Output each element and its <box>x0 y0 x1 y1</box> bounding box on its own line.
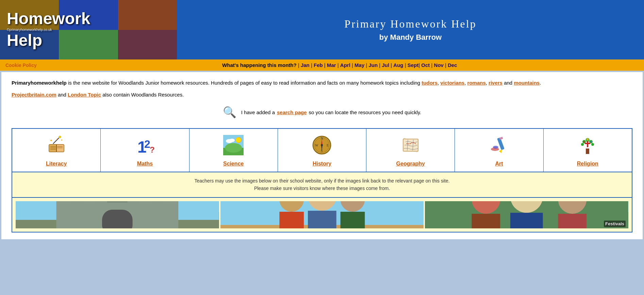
art-label: Art <box>495 161 503 167</box>
search-page-link[interactable]: search page <box>277 109 307 115</box>
svg-rect-59 <box>163 201 178 202</box>
subject-maths[interactable]: 1 2 ? Maths <box>101 129 189 172</box>
subject-art[interactable]: Art <box>455 129 543 172</box>
site-author: by Mandy Barrow <box>379 33 442 42</box>
svg-point-18 <box>236 137 241 143</box>
svg-rect-40 <box>586 149 589 154</box>
search-icon: 🔍 <box>223 106 236 119</box>
svg-point-31 <box>321 144 323 146</box>
month-jan[interactable]: Jan <box>301 62 310 68</box>
svg-rect-47 <box>585 143 590 144</box>
search-suffix: so you can locate the resources you need… <box>309 109 422 115</box>
month-oct[interactable]: Oct <box>421 62 430 68</box>
monthly-label: What's happening this month? <box>222 62 297 68</box>
preview-people[interactable] <box>220 201 424 228</box>
subject-geography[interactable]: Geography <box>366 129 455 172</box>
subject-grid: ✦ ✦ ✦ Literacy 1 2 ? Maths <box>12 128 632 172</box>
svg-rect-64 <box>279 212 304 228</box>
month-sep-start: | <box>298 62 301 68</box>
svg-point-39 <box>493 146 498 149</box>
subject-literacy[interactable]: ✦ ✦ ✦ Literacy <box>12 129 101 172</box>
svg-text:✦: ✦ <box>50 139 52 142</box>
svg-rect-1 <box>49 144 56 152</box>
literacy-label: Literacy <box>46 161 67 167</box>
link-rivers[interactable]: rivers <box>489 80 502 86</box>
subject-science[interactable]: Science <box>189 129 278 172</box>
project-and: and <box>58 92 68 98</box>
svg-point-22 <box>229 139 235 142</box>
month-nov[interactable]: Nov <box>434 62 444 68</box>
month-nav: What's happening this month? | Jan | Feb… <box>41 62 639 68</box>
month-dec[interactable]: Dec <box>448 62 457 68</box>
notice-line2: Please make sure visitors know where the… <box>17 185 627 192</box>
science-label: Science <box>223 161 244 167</box>
svg-point-20 <box>225 143 242 153</box>
history-icon: N S W E <box>312 135 332 158</box>
svg-rect-75 <box>558 214 587 228</box>
literacy-icon: ✦ ✦ ✦ <box>46 135 67 158</box>
month-may[interactable]: May <box>354 62 364 68</box>
svg-rect-57 <box>107 201 128 203</box>
svg-rect-68 <box>340 212 365 228</box>
main-content: Primaryhomeworkhelp is the new website f… <box>1 72 643 239</box>
svg-text:?: ? <box>150 145 155 154</box>
svg-rect-56 <box>82 201 97 202</box>
project-line: Projectbritain.com and London Topic also… <box>12 92 632 98</box>
month-sept[interactable]: Sept <box>408 62 419 68</box>
svg-rect-2 <box>56 144 64 152</box>
link-romans[interactable]: romans <box>467 80 486 86</box>
page-header: Homework ©primaryhomeworkhelp.co.uk Help… <box>0 0 644 59</box>
logo-line2: Help <box>7 31 42 49</box>
link-tudors[interactable]: tudors <box>422 80 437 86</box>
subject-history[interactable]: N S W E History <box>278 129 366 172</box>
logo-text: Homework ©primaryhomeworkhelp.co.uk Help <box>7 10 90 50</box>
month-jun[interactable]: Jun <box>369 62 378 68</box>
religion-icon <box>577 135 598 158</box>
science-icon <box>223 135 244 158</box>
month-aug[interactable]: Aug <box>393 62 403 68</box>
svg-point-51 <box>590 141 592 142</box>
art-icon <box>489 135 509 158</box>
notice-line1: Teachers may use the images below on the… <box>17 177 627 185</box>
logo-area: Homework ©primaryhomeworkhelp.co.uk Help <box>0 0 177 59</box>
yellow-bar: Cookie Policy What's happening this mont… <box>0 59 644 71</box>
svg-marker-36 <box>499 150 503 154</box>
subject-religion[interactable]: Religion <box>544 129 632 172</box>
preview-castle[interactable] <box>16 201 219 228</box>
svg-text:✦: ✦ <box>56 138 58 140</box>
svg-rect-37 <box>499 137 503 140</box>
month-apr[interactable]: Aprl <box>340 62 350 68</box>
svg-point-44 <box>581 143 584 146</box>
svg-text:N: N <box>321 137 323 140</box>
month-mar[interactable]: Mar <box>327 62 336 68</box>
geography-icon <box>400 135 421 158</box>
svg-rect-55 <box>56 201 72 202</box>
header-title-area: Primary Homework Help by Mandy Barrow <box>177 0 644 59</box>
intro-paragraph: Primaryhomeworkhelp is the new website f… <box>12 79 632 87</box>
logo-overlay: Homework ©primaryhomeworkhelp.co.uk Help <box>0 0 177 59</box>
geography-label: Geography <box>396 161 425 167</box>
link-london-topic[interactable]: London Topic <box>68 92 101 98</box>
search-line: 🔍 I have added a search page so you can … <box>12 106 632 119</box>
svg-rect-73 <box>510 213 543 228</box>
and-text: and <box>504 80 514 86</box>
svg-rect-60 <box>102 210 133 228</box>
festivals-label: Festivals <box>604 221 626 227</box>
svg-text:W: W <box>315 143 318 147</box>
maths-label: Maths <box>137 161 153 167</box>
history-label: History <box>313 161 331 167</box>
cookie-policy-link[interactable]: Cookie Policy <box>5 63 37 68</box>
svg-rect-58 <box>138 201 153 202</box>
month-jul[interactable]: Jul <box>382 62 389 68</box>
link-projectbritain[interactable]: Projectbritain.com <box>12 92 56 98</box>
site-name-bold: Primaryhomeworkhelp <box>12 80 67 86</box>
religion-label: Religion <box>577 161 598 167</box>
preview-festivals[interactable]: Festivals <box>425 201 628 228</box>
link-victorians[interactable]: victorians <box>440 80 464 86</box>
link-mountains[interactable]: mountains <box>514 80 540 86</box>
svg-point-10 <box>59 136 61 138</box>
intro-desc: is the new website for Woodlands Junior … <box>68 80 422 86</box>
logo-line1: Homework <box>7 10 90 28</box>
bottom-notice: Teachers may use the images below on the… <box>12 172 632 198</box>
month-feb[interactable]: Feb <box>314 62 323 68</box>
